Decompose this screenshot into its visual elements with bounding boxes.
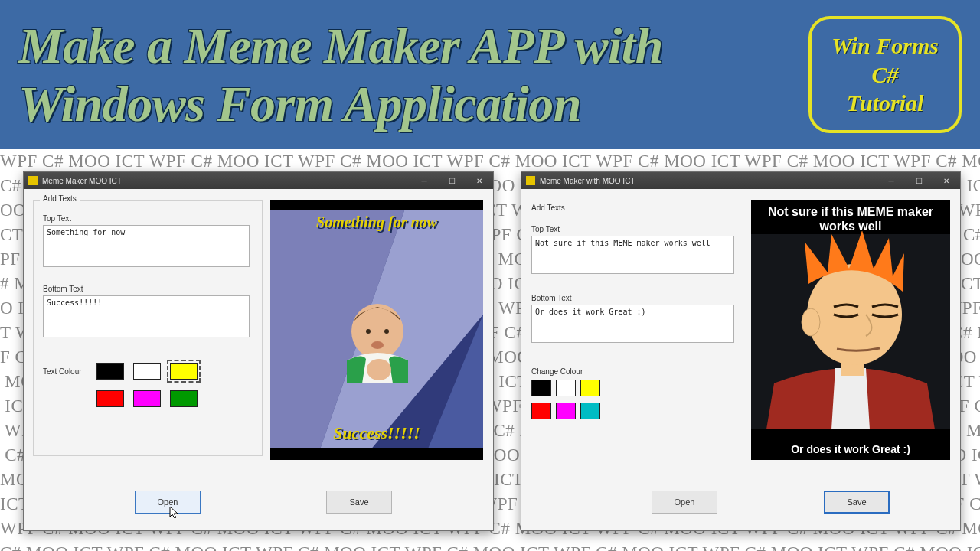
groupbox-title: Add Texts (40, 194, 80, 203)
cursor-icon (169, 506, 181, 520)
hero-banner: Make a Meme Maker APP with Windows Form … (0, 0, 980, 149)
app-icon (28, 176, 38, 185)
svg-point-4 (366, 329, 371, 334)
color-swatch-magenta[interactable] (133, 390, 161, 407)
window-title: Meme Maker MOO ICT (42, 177, 122, 185)
groupbox-add-texts: Add Texts Top Text Bottom Text Change Co… (531, 200, 745, 456)
color-swatch-black[interactable] (531, 380, 551, 396)
meme-image-success-kid (332, 299, 423, 383)
svg-point-6 (371, 341, 384, 349)
app-icon (526, 176, 535, 185)
save-button[interactable]: Save (326, 491, 392, 514)
groupbox-title: Add Texts (531, 204, 565, 212)
color-swatch-black[interactable] (96, 363, 124, 380)
open-button[interactable]: Open (652, 491, 717, 514)
open-button[interactable]: Open (135, 491, 201, 514)
color-swatch-red[interactable] (96, 390, 124, 407)
bottom-text-label: Bottom Text (43, 285, 83, 293)
window-title: Meme Maker with MOO ICT (540, 177, 635, 185)
svg-point-5 (384, 329, 389, 334)
save-button[interactable]: Save (824, 491, 890, 514)
groupbox-add-texts: Add Texts Top Text Bottom Text Text Colo… (33, 200, 263, 456)
meme-top-text: Not sure if this MEME maker works well (751, 204, 950, 233)
svg-point-13 (802, 308, 820, 336)
top-text-label: Top Text (531, 225, 560, 233)
maximize-button[interactable]: ☐ (905, 172, 933, 189)
window-meme-maker-2: Meme Maker with MOO ICT ─ ☐ ✕ Add Texts … (521, 171, 961, 531)
svg-point-7 (367, 359, 391, 380)
svg-point-3 (351, 304, 403, 359)
top-text-input[interactable] (43, 225, 250, 267)
color-swatch-yellow[interactable] (580, 380, 600, 396)
maximize-button[interactable]: ☐ (438, 172, 466, 189)
meme-image-fry (751, 200, 950, 460)
hero-badge: Win Forms C# Tutorial (808, 16, 962, 133)
hero-title: Make a Meme Maker APP with Windows Form … (18, 17, 793, 133)
titlebar[interactable]: Meme Maker MOO ICT ─ ☐ ✕ (24, 172, 493, 189)
meme-preview: Not sure if this MEME maker works well O… (751, 200, 950, 460)
color-swatch-white[interactable] (556, 380, 576, 396)
top-text-input[interactable] (531, 236, 734, 274)
meme-preview: Something for now Success!!!!! (270, 200, 483, 460)
color-swatch-green[interactable] (170, 390, 198, 407)
meme-bottom-text: Or does it work Great :) (751, 443, 950, 455)
color-swatch-magenta[interactable] (556, 403, 576, 419)
text-colour-label: Text Colour (43, 367, 82, 376)
close-button[interactable]: ✕ (933, 172, 960, 189)
meme-bottom-text: Success!!!!! (270, 423, 483, 443)
color-swatch-red[interactable] (531, 403, 551, 419)
minimize-button[interactable]: ─ (410, 172, 438, 189)
color-swatch-cyan[interactable] (580, 403, 600, 419)
color-swatch-yellow[interactable] (170, 363, 198, 380)
bottom-text-input[interactable] (43, 295, 250, 337)
window-meme-maker-1: Meme Maker MOO ICT ─ ☐ ✕ Add Texts Top T… (23, 171, 494, 531)
top-text-label: Top Text (43, 214, 71, 223)
minimize-button[interactable]: ─ (877, 172, 905, 189)
meme-top-text: Something for now (270, 214, 483, 231)
text-colour-label: Change Colour (531, 367, 583, 376)
color-swatch-white[interactable] (133, 363, 161, 380)
titlebar[interactable]: Meme Maker with MOO ICT ─ ☐ ✕ (521, 172, 960, 189)
bottom-text-label: Bottom Text (531, 294, 572, 302)
bottom-text-input[interactable] (531, 305, 734, 343)
close-button[interactable]: ✕ (466, 172, 493, 189)
